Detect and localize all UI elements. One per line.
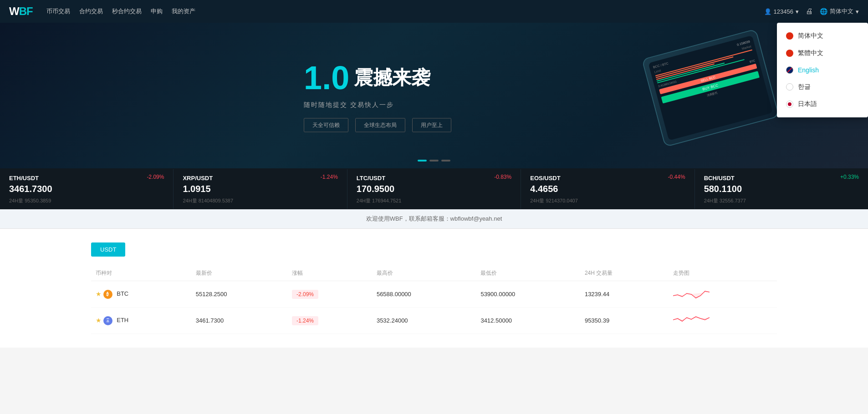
nav-contract-trade[interactable]: 合约交易 bbox=[79, 5, 103, 18]
user-icon: 👤 bbox=[764, 8, 771, 15]
phone-body: BCC / BTC 0.158039 Limit Market 2.412601… bbox=[642, 29, 780, 147]
dot-2[interactable] bbox=[429, 160, 439, 162]
nav-my-assets[interactable]: 我的资产 bbox=[172, 5, 195, 18]
lang-option-zh-cn[interactable]: 简体中文 bbox=[777, 27, 868, 45]
star-icon-1[interactable]: ★ bbox=[96, 316, 102, 323]
ticker-price-eth: 3461.7300 bbox=[9, 184, 164, 194]
cell-high-1: 3532.24000 bbox=[372, 308, 476, 334]
hero-btn-global[interactable]: 全球生态布局 bbox=[355, 118, 405, 132]
ticker-item-ltc[interactable]: LTC/USDT -0.83% 170.9500 24H量 176944.752… bbox=[347, 169, 521, 209]
hero-title-text: 震撼来袭 bbox=[354, 65, 430, 91]
ticker-pair-eth: ETH/USDT bbox=[9, 175, 39, 182]
ticker-item-bch[interactable]: BCH/USDT +0.33% 580.1100 24H量 32556.7377 bbox=[695, 169, 868, 209]
nav-subscribe[interactable]: 申购 bbox=[151, 5, 163, 18]
cell-pair-0: ★ ₿ BTC bbox=[91, 281, 191, 308]
ticker-pair-bch: BCH/USDT bbox=[704, 175, 735, 182]
ticker-price-bch: 580.1100 bbox=[704, 184, 859, 194]
cell-chart-0 bbox=[669, 281, 777, 308]
change-badge-1: -1.24% bbox=[292, 316, 318, 325]
flag-jp-icon bbox=[786, 101, 793, 108]
hero-subtitle: 随时随地提交 交易快人一步 bbox=[304, 101, 451, 109]
lang-option-en[interactable]: English bbox=[777, 62, 868, 78]
lang-option-ja[interactable]: 日本語 bbox=[777, 96, 868, 113]
ticker-volume-eth: 24H量 95350.3859 bbox=[9, 198, 51, 203]
welcome-text: 欢迎使用WBF，联系邮箱客服：wbflowbf@yeah.net bbox=[366, 215, 502, 222]
table-header-row: 币种对 最新价 涨幅 最高价 最低价 24H 交易量 走势图 bbox=[91, 266, 777, 281]
cell-high-0: 56588.00000 bbox=[372, 281, 476, 308]
hero-content: 1.0 震撼来袭 随时随地提交 交易快人一步 天全可信赖 全球生态布局 用户至上 bbox=[304, 59, 451, 132]
nav-second-contract-trade[interactable]: 秒合约交易 bbox=[112, 5, 142, 18]
cell-pair-1: ★ Ξ ETH bbox=[91, 308, 191, 334]
cell-low-0: 53900.00000 bbox=[476, 281, 580, 308]
globe-icon: 🌐 bbox=[820, 8, 827, 15]
market-tabs: USDT bbox=[91, 242, 777, 257]
header: WBF 币币交易 合约交易 秒合约交易 申购 我的资产 👤 123456 ▾ 🖨… bbox=[0, 0, 868, 23]
cell-change-0: -2.09% bbox=[287, 281, 372, 308]
lang-label-ko: 한글 bbox=[798, 83, 811, 91]
ticker-item-eth[interactable]: ETH/USDT -2.09% 3461.7300 24H量 95350.385… bbox=[0, 169, 174, 209]
ticker-change-eth: -2.09% bbox=[147, 174, 164, 180]
mini-chart-1 bbox=[673, 313, 710, 327]
phone-screen: BCC / BTC 0.158039 Limit Market 2.412601… bbox=[648, 35, 773, 141]
col-high: 最高价 bbox=[372, 266, 476, 281]
lang-label-zh-cn: 简体中文 bbox=[798, 32, 823, 40]
cell-chart-1 bbox=[669, 308, 777, 334]
coin-icon-0: ₿ bbox=[103, 290, 112, 299]
tab-usdt[interactable]: USDT bbox=[91, 242, 125, 257]
ticker-volume-bch: 24H量 32556.7377 bbox=[704, 198, 746, 203]
ticker-pair-eos: EOS/USDT bbox=[530, 175, 560, 182]
table-row[interactable]: ★ ₿ BTC 55128.2500 -2.09% 56588.00000 53… bbox=[91, 281, 777, 308]
lang-label-ja: 日本語 bbox=[798, 100, 817, 108]
col-change: 涨幅 bbox=[287, 266, 372, 281]
dot-3[interactable] bbox=[441, 160, 450, 162]
print-button[interactable]: 🖨 bbox=[806, 7, 813, 15]
logo[interactable]: WBF bbox=[9, 5, 33, 18]
ticker-change-ltc: -0.83% bbox=[494, 174, 511, 180]
pair-label-1: ETH bbox=[117, 317, 128, 323]
star-icon-0[interactable]: ★ bbox=[96, 290, 102, 297]
col-price: 最新价 bbox=[191, 266, 287, 281]
ticker-pair-xrp: XRP/USDT bbox=[183, 175, 213, 182]
nav-coin-trade[interactable]: 币币交易 bbox=[46, 5, 70, 18]
col-chart: 走势图 bbox=[669, 266, 777, 281]
lang-selector[interactable]: 🌐 简体中文 ▾ bbox=[820, 7, 859, 15]
lang-option-ko[interactable]: 한글 bbox=[777, 78, 868, 96]
mini-chart-0 bbox=[673, 287, 710, 300]
col-volume: 24H 交易量 bbox=[580, 266, 669, 281]
hero-btn-user[interactable]: 用户至上 bbox=[412, 118, 451, 132]
ticker-item-eos[interactable]: EOS/USDT -0.44% 4.4656 24H量 9214370.0407 bbox=[521, 169, 694, 209]
welcome-bar: 欢迎使用WBF，联系邮箱客服：wbflowbf@yeah.net bbox=[0, 209, 868, 229]
nav-menu: 币币交易 合约交易 秒合约交易 申购 我的资产 bbox=[46, 5, 764, 18]
current-lang: 简体中文 bbox=[830, 7, 853, 15]
flag-en-icon bbox=[786, 66, 793, 74]
header-right: 👤 123456 ▾ 🖨 🌐 简体中文 ▾ bbox=[764, 7, 859, 15]
hero-banner: 1.0 震撼来袭 随时随地提交 交易快人一步 天全可信赖 全球生态布局 用户至上… bbox=[0, 23, 868, 168]
cell-change-1: -1.24% bbox=[287, 308, 372, 334]
user-info[interactable]: 👤 123456 ▾ bbox=[764, 8, 799, 15]
ticker-change-xrp: -1.24% bbox=[321, 174, 338, 180]
ticker-price-ltc: 170.9500 bbox=[357, 184, 511, 194]
hero-phone-mockup: BCC / BTC 0.158039 Limit Market 2.412601… bbox=[642, 26, 793, 165]
cell-volume-1: 95350.39 bbox=[580, 308, 669, 334]
dot-1[interactable] bbox=[418, 160, 427, 162]
cell-price-1: 3461.7300 bbox=[191, 308, 287, 334]
lang-label-zh-tw: 繁體中文 bbox=[798, 49, 823, 57]
market-section: USDT 币种对 最新价 涨幅 最高价 最低价 24H 交易量 走势图 ★ ₿ … bbox=[0, 229, 868, 348]
col-pair: 币种对 bbox=[91, 266, 191, 281]
change-badge-0: -2.09% bbox=[292, 290, 318, 299]
user-dropdown-icon: ▾ bbox=[796, 8, 799, 15]
lang-label-en: English bbox=[798, 66, 819, 74]
lang-option-zh-tw[interactable]: 繁體中文 bbox=[777, 45, 868, 62]
hero-btn-trust[interactable]: 天全可信赖 bbox=[304, 118, 348, 132]
ticker-volume-ltc: 24H量 176944.7521 bbox=[357, 198, 401, 203]
lang-dropdown: 简体中文 繁體中文 English 한글 日本語 bbox=[777, 23, 868, 117]
flag-tw-icon bbox=[786, 50, 793, 57]
hero-title: 1.0 震撼来袭 bbox=[304, 59, 451, 96]
table-row[interactable]: ★ Ξ ETH 3461.7300 -1.24% 3532.24000 3412… bbox=[91, 308, 777, 334]
ticker-item-xrp[interactable]: XRP/USDT -1.24% 1.0915 24H量 81404809.538… bbox=[174, 169, 347, 209]
ticker-pair-ltc: LTC/USDT bbox=[357, 175, 385, 182]
ticker-bar: ETH/USDT -2.09% 3461.7300 24H量 95350.385… bbox=[0, 168, 868, 209]
pair-label-0: BTC bbox=[117, 290, 128, 297]
lang-chevron-icon: ▾ bbox=[856, 8, 859, 15]
coin-icon-1: Ξ bbox=[103, 316, 112, 325]
